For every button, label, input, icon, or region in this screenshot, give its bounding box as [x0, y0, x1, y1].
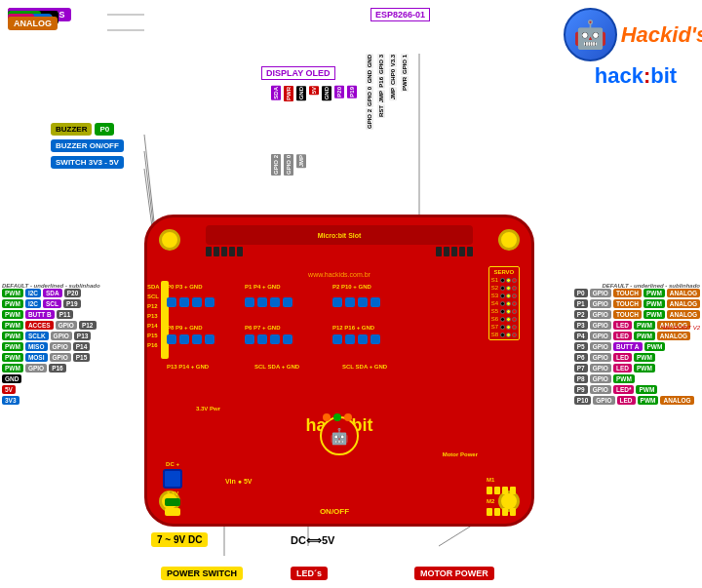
legend-analog: ANALOG	[8, 17, 58, 30]
pin-row-p5-right: P5 GPIO BUTT A PWM	[574, 342, 700, 351]
led-row	[323, 413, 352, 421]
board-p6p7-btns	[245, 334, 292, 344]
corner-tr	[498, 229, 520, 251]
pin-row-p19: PWM I2C SCL P19	[2, 299, 97, 308]
pin-row-p14: PWM MISO GPIO P14	[2, 342, 97, 351]
oled-lower-pins: GPIO 2 GPIO 0 JMP	[271, 154, 306, 176]
board-p1p4: P1 P4 + GND	[245, 284, 281, 290]
hackids-title: Hackid's	[621, 24, 702, 46]
pin-row-p20: PWM I2C SDA P20	[2, 289, 97, 297]
buzzer-label: BUZZER	[51, 123, 92, 136]
board-p13p14: P13 P14 + GND	[167, 364, 209, 370]
switch-label: SWITCH 3V3 - 5V	[51, 156, 124, 169]
pin-header-top-left	[206, 247, 243, 256]
dc-9v-label: 7 ~ 9V DC	[151, 532, 208, 547]
pin-row-p16: PWM GPIO P16	[2, 364, 97, 372]
buzzer-p0-label: P0	[95, 123, 114, 136]
dc-5v-label: DC⟺5V	[291, 534, 334, 547]
esp8266-pins: GND GND GPIO 0 GPIO 2 GPIO 3 P16 JMP RST…	[366, 54, 409, 130]
pin-row-p6-right: P6 GPIO LED PWM	[574, 353, 700, 362]
hackbit-title: hack:bit	[595, 63, 677, 89]
board-p6p7: P6 P7 + GND	[245, 325, 281, 331]
board-blue-btns-2	[245, 297, 292, 307]
board-left-pin-labels: SDA SCL P12 P13 P14 P15 P16	[147, 284, 160, 348]
microbit-slot: Micro:bit Slot	[206, 225, 473, 245]
oled-pins: SDA PWR GND 5V GND P20 P19	[271, 86, 357, 101]
pin-row-p0-right: P0 GPIO TOUCH PWM ANALOG	[574, 289, 700, 297]
buzzer-section: BUZZER P0 BUZZER ON/OFF SWITCH 3V3 - 5V	[51, 123, 124, 169]
power-switch-label: POWER SWITCH	[161, 567, 243, 580]
left-board-connectors	[161, 281, 169, 359]
buzzer-onoff-label: BUZZER ON/OFF	[51, 139, 124, 152]
main-board: Micro:bit Slot www.hackids.com.br hack:b…	[144, 215, 534, 527]
main-container: POWER FUNCTIONS GROUND PWM SERIAL PIN AN…	[0, 0, 702, 588]
pin-row-p10-right: P10 GPIO LED PWM ANALOG	[574, 396, 700, 405]
corner-tl	[159, 229, 180, 251]
pin-row-p12: PWM ACCES GPIO P12	[2, 321, 97, 330]
pin-row-p11: PWM BUTT B P11	[2, 310, 97, 319]
board-p0p3: P0 P3 + GND	[167, 284, 203, 290]
right-pin-section: P0 GPIO TOUCH PWM ANALOG P1 GPIO TOUCH P…	[574, 289, 700, 405]
pin-row-p9-right: P9 GPIO LED* PWM	[574, 385, 700, 394]
leds-label: LED´s	[291, 567, 328, 580]
board-p8p9: P8 P9 + GND	[167, 325, 203, 331]
board-blue-btns-3	[332, 297, 380, 307]
pin-header-top-right	[436, 247, 473, 256]
motor-power-label: MOTOR POWER	[414, 567, 494, 580]
microbit-v2-label: *MICROBIT V2	[660, 325, 700, 331]
servo-section: SERVO S1 S2	[488, 266, 520, 340]
display-oled-label: DISPLAY OLED	[261, 66, 335, 80]
left-pin-section: PWM I2C SDA P20 PWM I2C SCL P19 PWM BUTT…	[2, 289, 97, 405]
board-logo: 🤖	[320, 416, 359, 455]
pin-row-3v3: 3V3	[2, 396, 97, 405]
robot-icon: 🤖	[564, 8, 617, 61]
board-sclsda2: SCL SDA + GND	[342, 364, 387, 370]
pin-row-p13: PWM SCLK GPIO P13	[2, 332, 97, 340]
esp8266-label: ESP8266-01	[370, 8, 430, 21]
logo-area: 🤖 Hackid's hack:bit	[577, 8, 694, 86]
power-vin-label: Vin ● 5V	[225, 478, 252, 485]
board-url: www.hackids.com.br	[308, 271, 370, 278]
pin-row-p15: PWM MOSI GPIO P15	[2, 353, 97, 362]
pin-row-p1-right: P1 GPIO TOUCH PWM ANALOG	[574, 299, 700, 308]
board-blue-btns-1	[167, 297, 214, 307]
pin-row-p2-right: P2 GPIO TOUCH PWM ANALOG	[574, 310, 700, 319]
board-33v-pwr: 3.3V Pwr	[196, 406, 220, 412]
board-p12p16-btns	[332, 334, 380, 344]
pin-row-gnd: GND	[2, 374, 97, 383]
pin-row-p4-right: P4 GPIO LED PWM ANALOG	[574, 332, 700, 340]
board-sclsda1: SCL SDA + GND	[254, 364, 299, 370]
pin-row-5v: 5V	[2, 385, 97, 394]
board-p8p9-btns	[167, 334, 214, 344]
board-bottom-area: DC + 3.3V ON/OFF M1 M2	[163, 461, 516, 516]
pin-row-p8-right: P8 GPIO PWM	[574, 374, 700, 383]
board-p2p10: P2 P10 + GND	[332, 284, 371, 290]
motor-power-board-label: Motor Power	[443, 451, 478, 457]
pin-row-p7-right: P7 GPIO LED PWM	[574, 364, 700, 372]
board-p12p16: P12 P16 + GND	[332, 325, 374, 331]
